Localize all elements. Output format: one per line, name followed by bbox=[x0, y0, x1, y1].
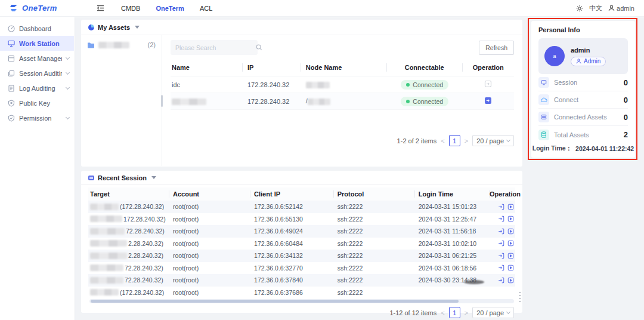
replay-session-icon[interactable] bbox=[507, 216, 514, 222]
prev-page-button[interactable]: < bbox=[441, 309, 444, 316]
page-number[interactable]: 1 bbox=[449, 135, 460, 146]
user-menu[interactable]: admin bbox=[608, 5, 634, 12]
redacted-node-name bbox=[308, 99, 330, 105]
col-name: Name bbox=[171, 63, 243, 72]
search-input[interactable] bbox=[175, 44, 256, 51]
scrollbar-thumb[interactable] bbox=[91, 300, 459, 303]
chevron-down-icon bbox=[506, 310, 510, 314]
status-dot bbox=[406, 83, 410, 87]
asset-operation bbox=[463, 97, 514, 106]
chevron-down-icon bbox=[66, 85, 70, 89]
replay-session-icon[interactable] bbox=[507, 240, 514, 247]
refresh-button[interactable]: Refresh bbox=[479, 41, 514, 55]
session-account: root(root) bbox=[169, 203, 250, 210]
session-row: 2.28.240.32) root(root) 172.36.0.6:60484… bbox=[88, 238, 515, 250]
login-time-label: Login Time： bbox=[532, 144, 572, 153]
sidebar-item-permission[interactable]: Permission bbox=[0, 110, 74, 125]
nav-acl[interactable]: ACL bbox=[200, 5, 212, 12]
session-protocol: ssh:2222 bbox=[334, 264, 415, 272]
next-page-button[interactable]: > bbox=[465, 137, 468, 144]
target-suffix: 72.28.240.32) bbox=[125, 264, 163, 272]
recent-session-icon bbox=[88, 176, 94, 180]
role-badge[interactable]: Admin bbox=[571, 57, 606, 66]
connect-session-icon[interactable] bbox=[498, 204, 504, 210]
asset-operation bbox=[463, 80, 514, 89]
col-operation: Operation bbox=[490, 190, 515, 198]
redacted-asset-name bbox=[172, 99, 206, 105]
connect-session-icon[interactable] bbox=[498, 264, 504, 271]
connect-session-icon[interactable] bbox=[498, 253, 504, 259]
nav-cmdb[interactable]: CMDB bbox=[121, 5, 140, 12]
sidebar: Dashboard Work Station Asset Management … bbox=[0, 17, 75, 320]
session-account: root(root) bbox=[169, 227, 250, 235]
folder-asset-count: (2) bbox=[148, 41, 156, 48]
replay-session-icon[interactable] bbox=[507, 277, 514, 284]
session-auditing-icon bbox=[8, 70, 15, 77]
asset-management-icon bbox=[8, 55, 15, 62]
target-suffix: (172.28.240.32) bbox=[120, 203, 164, 210]
session-account: root(root) bbox=[169, 276, 250, 284]
session-protocol: ssh:2222 bbox=[334, 227, 415, 235]
redacted-target bbox=[90, 216, 122, 222]
recent-session-table: Target Account Client IP Protocol Login … bbox=[88, 187, 515, 299]
nav-oneterm[interactable]: OneTerm bbox=[156, 5, 184, 12]
session-client-ip: 172.36.0.6:52142 bbox=[250, 203, 334, 210]
sidebar-item-asset-management[interactable]: Asset Management bbox=[0, 51, 74, 66]
recent-session-collapse-caret[interactable] bbox=[151, 176, 156, 179]
connect-session-icon[interactable] bbox=[498, 228, 504, 235]
replay-session-icon[interactable] bbox=[507, 264, 514, 271]
resize-dots-handle[interactable] bbox=[519, 292, 521, 302]
page-size-value: 20 / page bbox=[476, 309, 504, 316]
connect-session-icon[interactable] bbox=[498, 240, 504, 247]
asset-tree-folder[interactable]: (2) bbox=[87, 41, 156, 48]
replay-session-icon[interactable] bbox=[507, 204, 514, 210]
assets-table: Name IP Node Name Connectable Operation … bbox=[171, 55, 514, 110]
col-target: Target bbox=[88, 190, 169, 198]
page-size-select[interactable]: 20 / page bbox=[472, 307, 514, 318]
session-login-time: 2024-03-31 15:01:23 bbox=[415, 203, 490, 210]
launch-terminal-icon[interactable] bbox=[484, 97, 492, 104]
prev-page-button[interactable]: < bbox=[441, 137, 444, 144]
sidebar-item-session-auditing[interactable]: Session Auditing bbox=[0, 66, 74, 81]
logo-text: OneTerm bbox=[22, 4, 57, 13]
col-account: Account bbox=[169, 190, 250, 198]
page-number[interactable]: 1 bbox=[449, 307, 460, 318]
app-logo[interactable]: OneTerm bbox=[0, 4, 88, 13]
session-account: root(root) bbox=[169, 289, 250, 296]
chevron-down-icon bbox=[66, 70, 70, 74]
redacted-target bbox=[90, 253, 127, 259]
session-row: 2.28.240.32) root(root) 172.36.0.6:34132… bbox=[88, 250, 515, 262]
login-time: Login Time： 2024-04-01 11:22:42 bbox=[538, 144, 628, 153]
replay-session-icon[interactable] bbox=[507, 253, 514, 259]
main-content: My Assets (2) bbox=[75, 17, 644, 320]
language-switch[interactable]: 中文 bbox=[589, 4, 602, 13]
replay-session-icon[interactable] bbox=[507, 228, 514, 235]
logo-icon bbox=[10, 4, 18, 12]
sidebar-item-public-key[interactable]: Public Key bbox=[0, 96, 74, 110]
dashboard-icon bbox=[8, 25, 15, 32]
connect-session-icon[interactable] bbox=[498, 277, 504, 284]
chevron-down-icon bbox=[66, 55, 70, 59]
sidebar-item-dashboard[interactable]: Dashboard bbox=[0, 21, 74, 36]
sidebar-item-work-station[interactable]: Work Station bbox=[0, 36, 74, 51]
sidebar-item-log-auditing[interactable]: Log Auditing bbox=[0, 81, 74, 96]
connect-session-icon[interactable] bbox=[498, 216, 504, 222]
stat-total-assets: Total Assets 2 bbox=[538, 126, 628, 143]
session-row: 72.28.240.32) root(root) 172.36.0.6:3784… bbox=[88, 274, 515, 287]
menu-fold-icon[interactable] bbox=[97, 5, 104, 11]
personal-info-panel: Personal Info a admin Admin Session 0 Co bbox=[531, 21, 635, 158]
target-suffix: 72.28.240.32) bbox=[125, 276, 163, 284]
asset-search[interactable] bbox=[171, 40, 258, 55]
my-assets-collapse-caret[interactable] bbox=[135, 26, 140, 29]
assets-toolbar: Refresh bbox=[171, 40, 514, 55]
panel-resize-handle[interactable] bbox=[161, 95, 163, 107]
page-size-select[interactable]: 20 / page bbox=[472, 135, 514, 146]
session-row: 72.28.240.32) root(root) 172.36.0.6:3277… bbox=[88, 262, 515, 275]
session-login-time: 2024-03-31 06:18:56 bbox=[415, 264, 490, 272]
settings-gear-icon[interactable] bbox=[576, 5, 583, 12]
asset-row: idc 172.28.240.32 Connected bbox=[171, 76, 514, 93]
target-suffix: 72.28.240.32) bbox=[126, 227, 165, 235]
next-page-button[interactable]: > bbox=[465, 309, 468, 316]
col-login-time: Login Time bbox=[415, 190, 490, 198]
col-node-name: Node Name bbox=[301, 63, 387, 72]
